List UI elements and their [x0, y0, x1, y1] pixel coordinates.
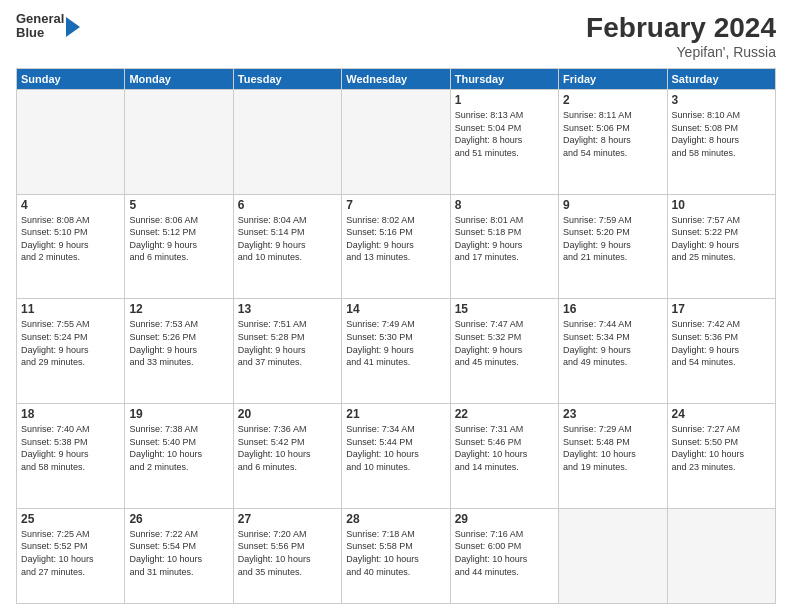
day-info: Sunrise: 7:36 AM Sunset: 5:42 PM Dayligh…: [238, 423, 337, 473]
logo-line1: General: [16, 12, 64, 26]
table-row: [17, 90, 125, 195]
day-number: 24: [672, 407, 771, 421]
table-row: 12Sunrise: 7:53 AM Sunset: 5:26 PM Dayli…: [125, 299, 233, 404]
day-number: 5: [129, 198, 228, 212]
day-number: 17: [672, 302, 771, 316]
day-info: Sunrise: 7:47 AM Sunset: 5:32 PM Dayligh…: [455, 318, 554, 368]
day-info: Sunrise: 7:44 AM Sunset: 5:34 PM Dayligh…: [563, 318, 662, 368]
table-row: 16Sunrise: 7:44 AM Sunset: 5:34 PM Dayli…: [559, 299, 667, 404]
day-number: 6: [238, 198, 337, 212]
header: General Blue February 2024 Yepifan', Rus…: [16, 12, 776, 60]
day-number: 27: [238, 512, 337, 526]
table-row: 10Sunrise: 7:57 AM Sunset: 5:22 PM Dayli…: [667, 194, 775, 299]
table-row: 17Sunrise: 7:42 AM Sunset: 5:36 PM Dayli…: [667, 299, 775, 404]
day-info: Sunrise: 7:34 AM Sunset: 5:44 PM Dayligh…: [346, 423, 445, 473]
table-row: 19Sunrise: 7:38 AM Sunset: 5:40 PM Dayli…: [125, 404, 233, 509]
day-number: 28: [346, 512, 445, 526]
day-info: Sunrise: 7:27 AM Sunset: 5:50 PM Dayligh…: [672, 423, 771, 473]
day-number: 13: [238, 302, 337, 316]
logo-text: General Blue: [16, 12, 64, 41]
day-number: 3: [672, 93, 771, 107]
day-number: 12: [129, 302, 228, 316]
table-row: 21Sunrise: 7:34 AM Sunset: 5:44 PM Dayli…: [342, 404, 450, 509]
day-info: Sunrise: 8:01 AM Sunset: 5:18 PM Dayligh…: [455, 214, 554, 264]
table-row: 20Sunrise: 7:36 AM Sunset: 5:42 PM Dayli…: [233, 404, 341, 509]
day-number: 11: [21, 302, 120, 316]
day-number: 21: [346, 407, 445, 421]
table-row: 26Sunrise: 7:22 AM Sunset: 5:54 PM Dayli…: [125, 508, 233, 603]
day-number: 23: [563, 407, 662, 421]
day-info: Sunrise: 7:29 AM Sunset: 5:48 PM Dayligh…: [563, 423, 662, 473]
table-row: [559, 508, 667, 603]
day-info: Sunrise: 7:38 AM Sunset: 5:40 PM Dayligh…: [129, 423, 228, 473]
page: General Blue February 2024 Yepifan', Rus…: [0, 0, 792, 612]
table-row: 24Sunrise: 7:27 AM Sunset: 5:50 PM Dayli…: [667, 404, 775, 509]
table-row: 9Sunrise: 7:59 AM Sunset: 5:20 PM Daylig…: [559, 194, 667, 299]
table-row: 23Sunrise: 7:29 AM Sunset: 5:48 PM Dayli…: [559, 404, 667, 509]
day-info: Sunrise: 8:11 AM Sunset: 5:06 PM Dayligh…: [563, 109, 662, 159]
table-row: 25Sunrise: 7:25 AM Sunset: 5:52 PM Dayli…: [17, 508, 125, 603]
table-row: 2Sunrise: 8:11 AM Sunset: 5:06 PM Daylig…: [559, 90, 667, 195]
calendar-title: February 2024: [586, 12, 776, 44]
day-number: 16: [563, 302, 662, 316]
table-row: [125, 90, 233, 195]
day-info: Sunrise: 7:16 AM Sunset: 6:00 PM Dayligh…: [455, 528, 554, 578]
title-area: February 2024 Yepifan', Russia: [586, 12, 776, 60]
day-number: 19: [129, 407, 228, 421]
day-number: 25: [21, 512, 120, 526]
header-tuesday: Tuesday: [233, 69, 341, 90]
day-info: Sunrise: 8:06 AM Sunset: 5:12 PM Dayligh…: [129, 214, 228, 264]
table-row: [342, 90, 450, 195]
day-info: Sunrise: 7:18 AM Sunset: 5:58 PM Dayligh…: [346, 528, 445, 578]
table-row: 18Sunrise: 7:40 AM Sunset: 5:38 PM Dayli…: [17, 404, 125, 509]
day-info: Sunrise: 7:59 AM Sunset: 5:20 PM Dayligh…: [563, 214, 662, 264]
day-number: 15: [455, 302, 554, 316]
day-info: Sunrise: 7:55 AM Sunset: 5:24 PM Dayligh…: [21, 318, 120, 368]
table-row: 1Sunrise: 8:13 AM Sunset: 5:04 PM Daylig…: [450, 90, 558, 195]
day-info: Sunrise: 8:10 AM Sunset: 5:08 PM Dayligh…: [672, 109, 771, 159]
logo-line2: Blue: [16, 26, 64, 40]
table-row: 14Sunrise: 7:49 AM Sunset: 5:30 PM Dayli…: [342, 299, 450, 404]
day-info: Sunrise: 7:40 AM Sunset: 5:38 PM Dayligh…: [21, 423, 120, 473]
header-saturday: Saturday: [667, 69, 775, 90]
day-info: Sunrise: 8:13 AM Sunset: 5:04 PM Dayligh…: [455, 109, 554, 159]
header-friday: Friday: [559, 69, 667, 90]
table-row: 4Sunrise: 8:08 AM Sunset: 5:10 PM Daylig…: [17, 194, 125, 299]
day-info: Sunrise: 7:42 AM Sunset: 5:36 PM Dayligh…: [672, 318, 771, 368]
table-row: 6Sunrise: 8:04 AM Sunset: 5:14 PM Daylig…: [233, 194, 341, 299]
day-info: Sunrise: 8:08 AM Sunset: 5:10 PM Dayligh…: [21, 214, 120, 264]
header-monday: Monday: [125, 69, 233, 90]
day-info: Sunrise: 7:25 AM Sunset: 5:52 PM Dayligh…: [21, 528, 120, 578]
day-number: 10: [672, 198, 771, 212]
table-row: [233, 90, 341, 195]
day-number: 20: [238, 407, 337, 421]
table-row: 28Sunrise: 7:18 AM Sunset: 5:58 PM Dayli…: [342, 508, 450, 603]
day-number: 22: [455, 407, 554, 421]
table-row: 11Sunrise: 7:55 AM Sunset: 5:24 PM Dayli…: [17, 299, 125, 404]
day-number: 9: [563, 198, 662, 212]
day-info: Sunrise: 7:51 AM Sunset: 5:28 PM Dayligh…: [238, 318, 337, 368]
day-info: Sunrise: 8:02 AM Sunset: 5:16 PM Dayligh…: [346, 214, 445, 264]
header-wednesday: Wednesday: [342, 69, 450, 90]
calendar-subtitle: Yepifan', Russia: [586, 44, 776, 60]
day-info: Sunrise: 7:49 AM Sunset: 5:30 PM Dayligh…: [346, 318, 445, 368]
header-thursday: Thursday: [450, 69, 558, 90]
table-row: 29Sunrise: 7:16 AM Sunset: 6:00 PM Dayli…: [450, 508, 558, 603]
table-row: 5Sunrise: 8:06 AM Sunset: 5:12 PM Daylig…: [125, 194, 233, 299]
table-row: 8Sunrise: 8:01 AM Sunset: 5:18 PM Daylig…: [450, 194, 558, 299]
day-number: 8: [455, 198, 554, 212]
day-number: 2: [563, 93, 662, 107]
day-number: 14: [346, 302, 445, 316]
day-info: Sunrise: 7:31 AM Sunset: 5:46 PM Dayligh…: [455, 423, 554, 473]
day-number: 29: [455, 512, 554, 526]
table-row: 15Sunrise: 7:47 AM Sunset: 5:32 PM Dayli…: [450, 299, 558, 404]
day-number: 26: [129, 512, 228, 526]
day-number: 1: [455, 93, 554, 107]
table-row: 3Sunrise: 8:10 AM Sunset: 5:08 PM Daylig…: [667, 90, 775, 195]
table-row: [667, 508, 775, 603]
calendar-table: Sunday Monday Tuesday Wednesday Thursday…: [16, 68, 776, 604]
day-number: 4: [21, 198, 120, 212]
day-info: Sunrise: 8:04 AM Sunset: 5:14 PM Dayligh…: [238, 214, 337, 264]
day-number: 18: [21, 407, 120, 421]
table-row: 13Sunrise: 7:51 AM Sunset: 5:28 PM Dayli…: [233, 299, 341, 404]
